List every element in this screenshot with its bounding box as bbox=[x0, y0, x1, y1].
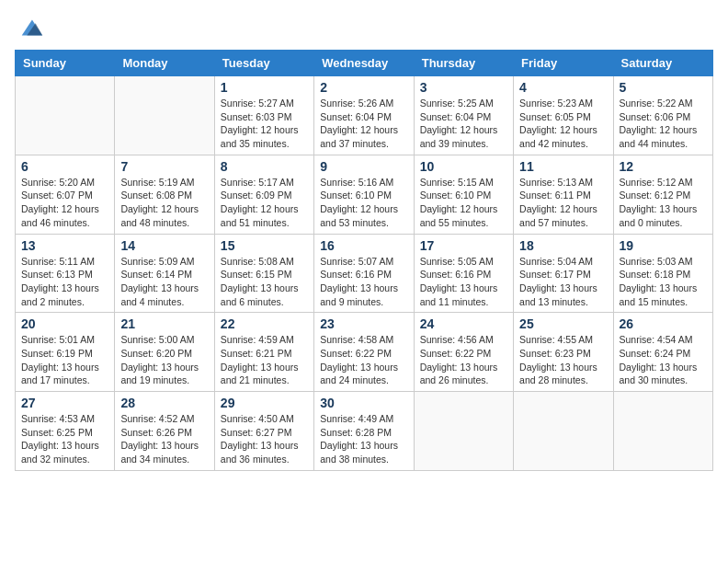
day-number: 21 bbox=[120, 316, 208, 331]
day-info: Sunrise: 5:25 AM Sunset: 6:04 PM Dayligh… bbox=[420, 97, 507, 151]
calendar-cell: 10Sunrise: 5:15 AM Sunset: 6:10 PM Dayli… bbox=[414, 155, 513, 234]
day-info: Sunrise: 5:19 AM Sunset: 6:08 PM Dayligh… bbox=[120, 176, 208, 230]
day-info: Sunrise: 5:09 AM Sunset: 6:14 PM Dayligh… bbox=[120, 255, 208, 309]
day-info: Sunrise: 4:55 AM Sunset: 6:23 PM Dayligh… bbox=[519, 333, 607, 387]
day-number: 26 bbox=[620, 316, 707, 331]
calendar-cell: 6Sunrise: 5:20 AM Sunset: 6:07 PM Daylig… bbox=[16, 155, 115, 234]
calendar-cell: 11Sunrise: 5:13 AM Sunset: 6:11 PM Dayli… bbox=[514, 155, 613, 234]
calendar-cell: 8Sunrise: 5:17 AM Sunset: 6:09 PM Daylig… bbox=[214, 155, 313, 234]
week-row-3: 13Sunrise: 5:11 AM Sunset: 6:13 PM Dayli… bbox=[16, 234, 713, 313]
day-info: Sunrise: 4:53 AM Sunset: 6:25 PM Dayligh… bbox=[21, 412, 108, 466]
calendar-cell: 9Sunrise: 5:16 AM Sunset: 6:10 PM Daylig… bbox=[314, 155, 414, 234]
day-number: 17 bbox=[420, 238, 507, 253]
calendar-cell: 3Sunrise: 5:25 AM Sunset: 6:04 PM Daylig… bbox=[414, 76, 513, 155]
calendar-cell: 17Sunrise: 5:05 AM Sunset: 6:16 PM Dayli… bbox=[414, 234, 513, 313]
weekday-header-tuesday: Tuesday bbox=[214, 51, 313, 76]
calendar-cell: 30Sunrise: 4:49 AM Sunset: 6:28 PM Dayli… bbox=[314, 392, 414, 471]
day-number: 28 bbox=[120, 396, 208, 410]
day-info: Sunrise: 5:13 AM Sunset: 6:11 PM Dayligh… bbox=[519, 176, 607, 230]
calendar-cell bbox=[613, 392, 712, 471]
calendar-cell: 28Sunrise: 4:52 AM Sunset: 6:26 PM Dayli… bbox=[115, 392, 214, 471]
weekday-header-wednesday: Wednesday bbox=[314, 51, 414, 76]
day-info: Sunrise: 5:27 AM Sunset: 6:03 PM Dayligh… bbox=[221, 97, 308, 151]
day-info: Sunrise: 4:58 AM Sunset: 6:22 PM Dayligh… bbox=[320, 333, 407, 387]
calendar-cell bbox=[115, 76, 214, 155]
calendar-cell: 27Sunrise: 4:53 AM Sunset: 6:25 PM Dayli… bbox=[16, 392, 115, 471]
calendar-cell: 22Sunrise: 4:59 AM Sunset: 6:21 PM Dayli… bbox=[214, 313, 313, 392]
day-info: Sunrise: 5:07 AM Sunset: 6:16 PM Dayligh… bbox=[320, 255, 407, 309]
day-info: Sunrise: 5:17 AM Sunset: 6:09 PM Dayligh… bbox=[221, 176, 308, 230]
day-number: 5 bbox=[620, 80, 707, 95]
weekday-header-friday: Friday bbox=[514, 51, 613, 76]
day-number: 20 bbox=[21, 316, 108, 331]
day-info: Sunrise: 5:20 AM Sunset: 6:07 PM Dayligh… bbox=[21, 176, 108, 230]
day-info: Sunrise: 5:01 AM Sunset: 6:19 PM Dayligh… bbox=[21, 333, 108, 387]
day-number: 18 bbox=[519, 238, 607, 253]
calendar-cell: 20Sunrise: 5:01 AM Sunset: 6:19 PM Dayli… bbox=[16, 313, 115, 392]
day-info: Sunrise: 4:54 AM Sunset: 6:24 PM Dayligh… bbox=[620, 333, 707, 387]
calendar-cell: 4Sunrise: 5:23 AM Sunset: 6:05 PM Daylig… bbox=[514, 76, 613, 155]
calendar-cell: 13Sunrise: 5:11 AM Sunset: 6:13 PM Dayli… bbox=[16, 234, 115, 313]
weekday-header-monday: Monday bbox=[115, 51, 214, 76]
calendar-cell: 14Sunrise: 5:09 AM Sunset: 6:14 PM Dayli… bbox=[115, 234, 214, 313]
week-row-4: 20Sunrise: 5:01 AM Sunset: 6:19 PM Dayli… bbox=[16, 313, 713, 392]
day-number: 7 bbox=[120, 159, 208, 174]
weekday-header-row: SundayMondayTuesdayWednesdayThursdayFrid… bbox=[16, 51, 713, 76]
day-number: 16 bbox=[320, 238, 407, 253]
calendar-cell: 7Sunrise: 5:19 AM Sunset: 6:08 PM Daylig… bbox=[115, 155, 214, 234]
calendar-cell: 5Sunrise: 5:22 AM Sunset: 6:06 PM Daylig… bbox=[613, 76, 712, 155]
day-number: 30 bbox=[320, 396, 407, 410]
calendar-cell: 18Sunrise: 5:04 AM Sunset: 6:17 PM Dayli… bbox=[514, 234, 613, 313]
day-info: Sunrise: 4:52 AM Sunset: 6:26 PM Dayligh… bbox=[120, 412, 208, 466]
day-number: 8 bbox=[221, 159, 308, 174]
calendar-cell: 23Sunrise: 4:58 AM Sunset: 6:22 PM Dayli… bbox=[314, 313, 414, 392]
week-row-2: 6Sunrise: 5:20 AM Sunset: 6:07 PM Daylig… bbox=[16, 155, 713, 234]
logo bbox=[15, 15, 44, 40]
day-number: 9 bbox=[320, 159, 407, 174]
day-number: 10 bbox=[420, 159, 507, 174]
day-number: 11 bbox=[519, 159, 607, 174]
day-info: Sunrise: 5:23 AM Sunset: 6:05 PM Dayligh… bbox=[519, 97, 607, 151]
calendar-cell: 25Sunrise: 4:55 AM Sunset: 6:23 PM Dayli… bbox=[514, 313, 613, 392]
day-number: 22 bbox=[221, 316, 308, 331]
day-number: 24 bbox=[420, 316, 507, 331]
day-number: 4 bbox=[519, 80, 607, 95]
calendar-cell: 26Sunrise: 4:54 AM Sunset: 6:24 PM Dayli… bbox=[613, 313, 712, 392]
day-info: Sunrise: 4:56 AM Sunset: 6:22 PM Dayligh… bbox=[420, 333, 507, 387]
calendar-cell: 24Sunrise: 4:56 AM Sunset: 6:22 PM Dayli… bbox=[414, 313, 513, 392]
day-number: 14 bbox=[120, 238, 208, 253]
calendar-cell bbox=[16, 76, 115, 155]
day-info: Sunrise: 5:16 AM Sunset: 6:10 PM Dayligh… bbox=[320, 176, 407, 230]
day-info: Sunrise: 5:11 AM Sunset: 6:13 PM Dayligh… bbox=[21, 255, 108, 309]
calendar-cell: 15Sunrise: 5:08 AM Sunset: 6:15 PM Dayli… bbox=[214, 234, 313, 313]
day-number: 3 bbox=[420, 80, 507, 95]
day-number: 1 bbox=[221, 80, 308, 95]
logo-icon bbox=[18, 15, 44, 40]
day-info: Sunrise: 5:05 AM Sunset: 6:16 PM Dayligh… bbox=[420, 255, 507, 309]
day-info: Sunrise: 5:12 AM Sunset: 6:12 PM Dayligh… bbox=[620, 176, 707, 230]
day-info: Sunrise: 5:08 AM Sunset: 6:15 PM Dayligh… bbox=[221, 255, 308, 309]
header bbox=[15, 15, 713, 40]
week-row-1: 1Sunrise: 5:27 AM Sunset: 6:03 PM Daylig… bbox=[16, 76, 713, 155]
day-number: 6 bbox=[21, 159, 108, 174]
day-number: 15 bbox=[221, 238, 308, 253]
day-info: Sunrise: 5:22 AM Sunset: 6:06 PM Dayligh… bbox=[620, 97, 707, 151]
weekday-header-saturday: Saturday bbox=[613, 51, 712, 76]
day-info: Sunrise: 5:04 AM Sunset: 6:17 PM Dayligh… bbox=[519, 255, 607, 309]
day-info: Sunrise: 5:00 AM Sunset: 6:20 PM Dayligh… bbox=[120, 333, 208, 387]
day-number: 27 bbox=[21, 396, 108, 410]
calendar-cell: 21Sunrise: 5:00 AM Sunset: 6:20 PM Dayli… bbox=[115, 313, 214, 392]
day-number: 29 bbox=[221, 396, 308, 410]
day-number: 19 bbox=[620, 238, 707, 253]
calendar-cell: 19Sunrise: 5:03 AM Sunset: 6:18 PM Dayli… bbox=[613, 234, 712, 313]
day-info: Sunrise: 5:03 AM Sunset: 6:18 PM Dayligh… bbox=[620, 255, 707, 309]
day-number: 12 bbox=[620, 159, 707, 174]
day-number: 23 bbox=[320, 316, 407, 331]
calendar-cell: 12Sunrise: 5:12 AM Sunset: 6:12 PM Dayli… bbox=[613, 155, 712, 234]
calendar-cell bbox=[414, 392, 513, 471]
calendar-cell: 29Sunrise: 4:50 AM Sunset: 6:27 PM Dayli… bbox=[214, 392, 313, 471]
week-row-5: 27Sunrise: 4:53 AM Sunset: 6:25 PM Dayli… bbox=[16, 392, 713, 471]
day-number: 13 bbox=[21, 238, 108, 253]
day-info: Sunrise: 4:49 AM Sunset: 6:28 PM Dayligh… bbox=[320, 412, 407, 466]
weekday-header-sunday: Sunday bbox=[16, 51, 115, 76]
